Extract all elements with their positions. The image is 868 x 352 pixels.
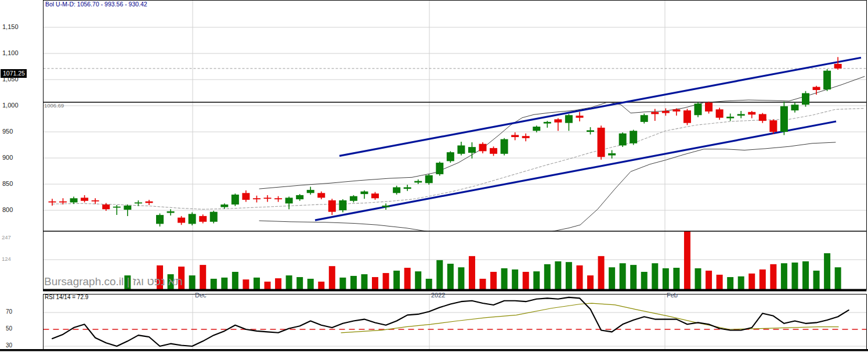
candle-up (124, 206, 131, 210)
volume-bar (576, 265, 583, 289)
candle-up (565, 115, 573, 123)
volume-bar (296, 277, 303, 289)
candle-down (662, 111, 670, 113)
volume-bar (254, 278, 260, 289)
volume-bar (641, 272, 648, 289)
volume-bar (458, 267, 464, 289)
volume-bar (286, 275, 292, 289)
last-price-badge: 1071.25 (1, 69, 27, 78)
volume-bar (490, 272, 497, 289)
volume-bar (415, 271, 421, 289)
volume-pane-bottom-border (43, 289, 867, 292)
volume-bar (200, 265, 206, 289)
candle-up (619, 134, 627, 146)
candle-down (672, 109, 680, 112)
candle-up (382, 206, 390, 207)
volume-bar (566, 262, 572, 289)
candle-up (70, 198, 78, 202)
candle-up (285, 197, 293, 203)
x-axis-label-feb: Feb (667, 292, 678, 299)
candle-down (253, 198, 261, 199)
candle-down (49, 202, 56, 203)
x-axis-label-dec: Dec (195, 292, 207, 299)
volume-bar (447, 264, 454, 289)
rsi-tick-50: 50 (6, 326, 12, 332)
volume-bar (361, 274, 367, 289)
candle-up (737, 114, 745, 116)
candle-up (457, 145, 465, 153)
candle-down (769, 120, 777, 132)
candle-down (199, 216, 207, 222)
volume-bar (329, 266, 335, 289)
rsi-tick-70: 70 (6, 309, 12, 315)
candle-down (716, 109, 724, 117)
candle-down (598, 128, 605, 157)
volume-bar (802, 261, 809, 289)
candle-down (705, 103, 713, 112)
x-axis-label-2022: 2022 (431, 292, 445, 299)
volume-bar (717, 275, 723, 289)
volume-bar (673, 268, 679, 289)
price-tick-1000: 1,000 (2, 102, 19, 109)
volume-bar (813, 271, 820, 289)
candle-down (371, 193, 379, 198)
volume-bar (383, 273, 389, 289)
volume-bar (523, 272, 529, 289)
candle-up (468, 147, 476, 153)
volume-bar (211, 279, 217, 289)
candle-down (59, 202, 67, 203)
candle-up (791, 105, 798, 110)
volume-bar (760, 270, 766, 289)
candle-down (242, 193, 249, 200)
candle-up (414, 181, 422, 183)
volume-bar (695, 268, 701, 289)
candle-down (479, 144, 487, 152)
volume-bar (232, 272, 238, 289)
volume-bar (706, 271, 712, 289)
volume-bar (243, 279, 249, 289)
volume-bar (480, 279, 486, 289)
candle-down (274, 198, 282, 199)
candle-down (81, 197, 88, 200)
volume-bar (781, 263, 787, 289)
volume-bar (501, 268, 508, 289)
candle-down (317, 193, 325, 197)
candle-up (587, 130, 594, 132)
rsi-tick-30: 30 (6, 343, 12, 349)
volume-bar (221, 278, 227, 289)
candle-up (350, 196, 357, 201)
volume-bar (663, 268, 669, 289)
candle-down (748, 112, 755, 115)
chart-canvas[interactable] (0, 0, 868, 352)
rsi-indicator-label: RSI 14/14 = 72.9 (45, 294, 88, 300)
candle-down (834, 64, 842, 69)
volume-bar (339, 278, 346, 289)
candle-down (178, 218, 185, 223)
candle-down (328, 200, 336, 212)
candle-down (145, 202, 153, 203)
volume-bar (426, 279, 432, 289)
candle-up (113, 207, 121, 208)
prev-close-label: 1006.69 (44, 103, 64, 109)
candle-up (630, 131, 637, 143)
candle-up (156, 215, 164, 224)
volume-bar (738, 276, 744, 289)
volume-bar (544, 264, 551, 289)
candle-up (135, 203, 142, 204)
candle-up (425, 175, 433, 184)
candle-up (780, 106, 788, 132)
candle-up (220, 204, 228, 207)
candle-down (92, 200, 99, 202)
volume-bar (684, 231, 690, 289)
volume-bar (770, 264, 776, 289)
candle-down (511, 135, 519, 137)
price-tick-1150: 1,150 (2, 24, 19, 30)
candle-up (393, 187, 400, 193)
volume-bar (393, 271, 400, 289)
candle-down (683, 110, 691, 123)
candle-down (576, 116, 583, 118)
candle-up (189, 214, 196, 224)
candle-down (813, 87, 820, 90)
volume-bar (512, 270, 518, 289)
chart-bottom-border (0, 349, 868, 351)
